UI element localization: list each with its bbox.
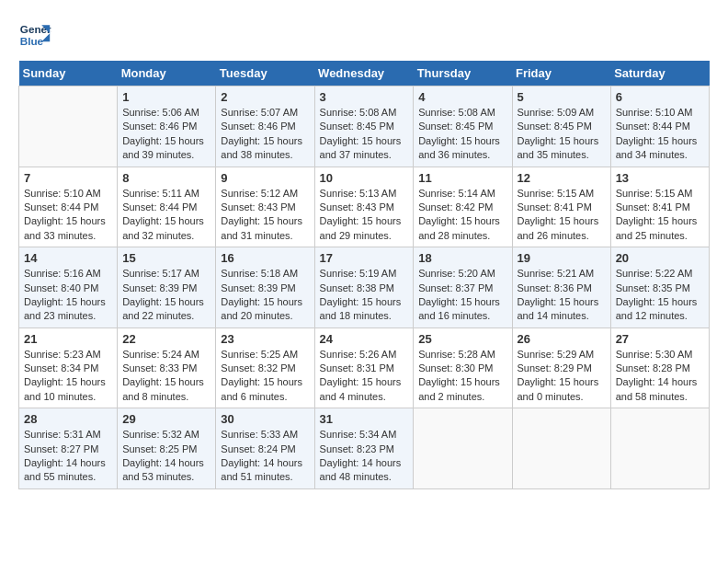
svg-text:Blue: Blue <box>20 35 44 47</box>
calendar-week-3: 14Sunrise: 5:16 AMSunset: 8:40 PMDayligh… <box>19 247 710 328</box>
calendar-cell: 15Sunrise: 5:17 AMSunset: 8:39 PMDayligh… <box>118 247 216 328</box>
cell-content: Sunrise: 5:14 AMSunset: 8:42 PMDaylight:… <box>418 187 506 244</box>
cell-content: Sunrise: 5:32 AMSunset: 8:25 PMDaylight:… <box>122 428 210 485</box>
day-number: 6 <box>616 90 704 104</box>
cell-content: Sunrise: 5:26 AMSunset: 8:31 PMDaylight:… <box>320 348 409 405</box>
day-number: 10 <box>320 171 409 185</box>
day-number: 8 <box>122 171 210 185</box>
calendar-cell <box>19 86 118 167</box>
day-number: 11 <box>418 171 506 185</box>
cell-content: Sunrise: 5:10 AMSunset: 8:44 PMDaylight:… <box>616 106 704 163</box>
calendar-cell: 14Sunrise: 5:16 AMSunset: 8:40 PMDayligh… <box>19 247 118 328</box>
cell-content: Sunrise: 5:06 AMSunset: 8:46 PMDaylight:… <box>122 106 210 163</box>
calendar-cell: 3Sunrise: 5:08 AMSunset: 8:45 PMDaylight… <box>314 86 414 167</box>
logo: General Blue <box>18 18 55 52</box>
calendar-cell: 6Sunrise: 5:10 AMSunset: 8:44 PMDaylight… <box>610 86 709 167</box>
day-number: 26 <box>518 332 606 346</box>
calendar-cell: 25Sunrise: 5:28 AMSunset: 8:30 PMDayligh… <box>414 327 512 408</box>
cell-content: Sunrise: 5:11 AMSunset: 8:44 PMDaylight:… <box>122 187 210 244</box>
cell-content: Sunrise: 5:16 AMSunset: 8:40 PMDaylight:… <box>24 267 112 324</box>
calendar-cell: 30Sunrise: 5:33 AMSunset: 8:24 PMDayligh… <box>216 408 314 489</box>
day-number: 15 <box>122 251 210 265</box>
cell-content: Sunrise: 5:10 AMSunset: 8:44 PMDaylight:… <box>24 187 112 244</box>
calendar-cell: 20Sunrise: 5:22 AMSunset: 8:35 PMDayligh… <box>610 247 709 328</box>
day-number: 12 <box>518 171 606 185</box>
calendar-cell: 12Sunrise: 5:15 AMSunset: 8:41 PMDayligh… <box>512 167 610 247</box>
day-number: 14 <box>24 251 112 265</box>
day-number: 4 <box>418 90 506 104</box>
day-number: 2 <box>221 90 309 104</box>
cell-content: Sunrise: 5:33 AMSunset: 8:24 PMDaylight:… <box>221 428 309 485</box>
calendar-cell: 19Sunrise: 5:21 AMSunset: 8:36 PMDayligh… <box>512 247 610 328</box>
cell-content: Sunrise: 5:08 AMSunset: 8:45 PMDaylight:… <box>418 106 506 163</box>
calendar-cell: 4Sunrise: 5:08 AMSunset: 8:45 PMDaylight… <box>414 86 512 167</box>
day-number: 29 <box>122 412 210 426</box>
day-number: 13 <box>616 171 704 185</box>
day-number: 25 <box>418 332 506 346</box>
cell-content: Sunrise: 5:07 AMSunset: 8:46 PMDaylight:… <box>221 106 309 163</box>
day-number: 22 <box>122 332 210 346</box>
cell-content: Sunrise: 5:22 AMSunset: 8:35 PMDaylight:… <box>616 267 704 324</box>
cell-content: Sunrise: 5:25 AMSunset: 8:32 PMDaylight:… <box>221 348 309 405</box>
day-number: 3 <box>320 90 409 104</box>
calendar-week-5: 28Sunrise: 5:31 AMSunset: 8:27 PMDayligh… <box>19 408 710 489</box>
calendar-cell: 31Sunrise: 5:34 AMSunset: 8:23 PMDayligh… <box>314 408 414 489</box>
day-header-monday: Monday <box>118 61 216 86</box>
day-number: 30 <box>221 412 309 426</box>
calendar-cell: 18Sunrise: 5:20 AMSunset: 8:37 PMDayligh… <box>414 247 512 328</box>
calendar-cell: 28Sunrise: 5:31 AMSunset: 8:27 PMDayligh… <box>19 408 118 489</box>
day-header-tuesday: Tuesday <box>216 61 314 86</box>
calendar-cell: 22Sunrise: 5:24 AMSunset: 8:33 PMDayligh… <box>118 327 216 408</box>
calendar-cell: 10Sunrise: 5:13 AMSunset: 8:43 PMDayligh… <box>314 167 414 247</box>
cell-content: Sunrise: 5:34 AMSunset: 8:23 PMDaylight:… <box>320 428 409 485</box>
calendar-cell <box>610 408 709 489</box>
calendar-week-1: 1Sunrise: 5:06 AMSunset: 8:46 PMDaylight… <box>19 86 710 167</box>
day-number: 1 <box>122 90 210 104</box>
day-number: 21 <box>24 332 112 346</box>
day-number: 23 <box>221 332 309 346</box>
cell-content: Sunrise: 5:15 AMSunset: 8:41 PMDaylight:… <box>518 187 606 244</box>
calendar-cell <box>414 408 512 489</box>
calendar-cell: 17Sunrise: 5:19 AMSunset: 8:38 PMDayligh… <box>314 247 414 328</box>
day-header-sunday: Sunday <box>19 61 118 86</box>
calendar-cell: 27Sunrise: 5:30 AMSunset: 8:28 PMDayligh… <box>610 327 709 408</box>
cell-content: Sunrise: 5:15 AMSunset: 8:41 PMDaylight:… <box>616 187 704 244</box>
day-number: 9 <box>221 171 309 185</box>
calendar-week-4: 21Sunrise: 5:23 AMSunset: 8:34 PMDayligh… <box>19 327 710 408</box>
day-number: 5 <box>518 90 606 104</box>
calendar-cell: 7Sunrise: 5:10 AMSunset: 8:44 PMDaylight… <box>19 167 118 247</box>
cell-content: Sunrise: 5:17 AMSunset: 8:39 PMDaylight:… <box>122 267 210 324</box>
day-header-friday: Friday <box>512 61 610 86</box>
day-number: 24 <box>320 332 409 346</box>
calendar-cell: 2Sunrise: 5:07 AMSunset: 8:46 PMDaylight… <box>216 86 314 167</box>
calendar-cell: 9Sunrise: 5:12 AMSunset: 8:43 PMDaylight… <box>216 167 314 247</box>
day-header-thursday: Thursday <box>414 61 512 86</box>
calendar-cell: 8Sunrise: 5:11 AMSunset: 8:44 PMDaylight… <box>118 167 216 247</box>
calendar-cell: 23Sunrise: 5:25 AMSunset: 8:32 PMDayligh… <box>216 327 314 408</box>
cell-content: Sunrise: 5:12 AMSunset: 8:43 PMDaylight:… <box>221 187 309 244</box>
cell-content: Sunrise: 5:08 AMSunset: 8:45 PMDaylight:… <box>320 106 409 163</box>
calendar-cell: 16Sunrise: 5:18 AMSunset: 8:39 PMDayligh… <box>216 247 314 328</box>
day-number: 17 <box>320 251 409 265</box>
day-number: 16 <box>221 251 309 265</box>
calendar-week-2: 7Sunrise: 5:10 AMSunset: 8:44 PMDaylight… <box>19 167 710 247</box>
day-number: 18 <box>418 251 506 265</box>
cell-content: Sunrise: 5:19 AMSunset: 8:38 PMDaylight:… <box>320 267 409 324</box>
cell-content: Sunrise: 5:23 AMSunset: 8:34 PMDaylight:… <box>24 348 112 405</box>
cell-content: Sunrise: 5:20 AMSunset: 8:37 PMDaylight:… <box>418 267 506 324</box>
cell-content: Sunrise: 5:24 AMSunset: 8:33 PMDaylight:… <box>122 348 210 405</box>
cell-content: Sunrise: 5:31 AMSunset: 8:27 PMDaylight:… <box>24 428 112 485</box>
day-header-wednesday: Wednesday <box>314 61 414 86</box>
cell-content: Sunrise: 5:29 AMSunset: 8:29 PMDaylight:… <box>518 348 606 405</box>
calendar-cell <box>512 408 610 489</box>
calendar-cell: 29Sunrise: 5:32 AMSunset: 8:25 PMDayligh… <box>118 408 216 489</box>
cell-content: Sunrise: 5:18 AMSunset: 8:39 PMDaylight:… <box>221 267 309 324</box>
day-number: 20 <box>616 251 704 265</box>
calendar-cell: 1Sunrise: 5:06 AMSunset: 8:46 PMDaylight… <box>118 86 216 167</box>
calendar-cell: 21Sunrise: 5:23 AMSunset: 8:34 PMDayligh… <box>19 327 118 408</box>
calendar-header-row: SundayMondayTuesdayWednesdayThursdayFrid… <box>19 61 710 86</box>
calendar-cell: 13Sunrise: 5:15 AMSunset: 8:41 PMDayligh… <box>610 167 709 247</box>
cell-content: Sunrise: 5:09 AMSunset: 8:45 PMDaylight:… <box>518 106 606 163</box>
page-header: General Blue <box>18 18 710 52</box>
logo-icon: General Blue <box>18 18 51 52</box>
